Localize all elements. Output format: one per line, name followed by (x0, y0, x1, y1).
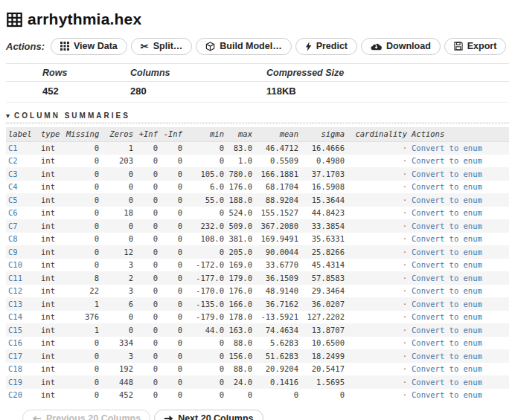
predict-button[interactable]: Predict (295, 38, 357, 55)
cell-ninf: 0 (160, 285, 185, 298)
cell-zeros: 3 (101, 349, 135, 363)
cell-label: C17 (6, 349, 39, 363)
cell-mean: 5.6283 (255, 337, 301, 350)
cell-label: C7 (6, 219, 39, 233)
cell-max: 780.0 (226, 167, 255, 181)
cell-pinf: 0 (135, 259, 160, 272)
cell-type: int (39, 375, 64, 389)
cell-mean: 74.4634 (255, 323, 301, 337)
cell-pinf: 0 (135, 141, 160, 155)
convert-to-enum-link[interactable]: Convert to enum (412, 352, 482, 361)
cell-sigma: 45.4314 (301, 259, 347, 272)
cell-min: 232.0 (185, 219, 226, 233)
convert-to-enum-link[interactable]: Convert to enum (412, 143, 482, 152)
build-model-button[interactable]: Build Model… (196, 38, 291, 55)
column-header-inf: -Inf (160, 127, 185, 141)
convert-to-enum-link[interactable]: Convert to enum (412, 390, 482, 399)
column-header-mean: mean (255, 127, 301, 141)
export-button[interactable]: Export (444, 38, 507, 55)
cell-cardinality: · (347, 363, 409, 376)
convert-to-enum-link[interactable]: Convert to enum (412, 208, 482, 217)
cell-pinf: 0 (135, 233, 160, 246)
cell-ninf: 0 (160, 233, 185, 246)
cloud-download-icon (371, 42, 382, 51)
column-summaries-section-toggle[interactable]: ▾ COLUMN SUMMARIES (6, 112, 509, 123)
view-data-button[interactable]: View Data (51, 38, 127, 55)
table-row: C18int019200088.020.920420.5417·Convert … (6, 363, 509, 376)
cell-sigma: 1.5695 (301, 375, 347, 389)
convert-to-enum-link[interactable]: Convert to enum (412, 156, 482, 165)
convert-to-enum-link[interactable]: Convert to enum (412, 169, 482, 178)
cell-label: C4 (6, 181, 39, 194)
convert-to-enum-link[interactable]: Convert to enum (412, 182, 482, 191)
cell-sigma: 16.5908 (301, 181, 347, 194)
convert-to-enum-link[interactable]: Convert to enum (412, 234, 482, 243)
cell-cardinality: · (347, 181, 409, 194)
cell-min: -170.0 (185, 285, 226, 298)
frame-summary-strip: Rows Columns Compressed Size 452 280 118… (6, 63, 509, 103)
column-header-cardinality: cardinality (347, 127, 409, 141)
download-button[interactable]: Download (361, 38, 441, 55)
cell-actions: Convert to enum (409, 207, 509, 220)
table-row: C13int1600-135.0166.036.716236.0207·Conv… (6, 297, 509, 311)
cell-label: C9 (6, 245, 39, 259)
convert-to-enum-link[interactable]: Convert to enum (412, 248, 482, 256)
cell-actions: Convert to enum (409, 155, 509, 168)
cell-ninf: 0 (160, 219, 185, 233)
split-button[interactable]: ✂Split… (131, 38, 193, 55)
cell-label: C15 (6, 323, 39, 337)
convert-to-enum-link[interactable]: Convert to enum (412, 364, 482, 373)
cell-sigma: 16.4666 (301, 141, 347, 155)
cell-actions: Convert to enum (409, 297, 509, 311)
table-row: C16int033400088.05.628310.6500·Convert t… (6, 337, 509, 350)
cell-min: 0 (185, 207, 226, 220)
previous-20-columns-button[interactable]: Previous 20 Columns (22, 410, 150, 420)
convert-to-enum-link[interactable]: Convert to enum (412, 196, 482, 204)
column-header-min: min (185, 127, 226, 141)
cell-min: 0 (185, 141, 226, 155)
cell-label: C3 (6, 167, 39, 181)
cell-zeros: 0 (101, 219, 135, 233)
pagination-bar: Previous 20 Columns Next 20 Columns (22, 410, 509, 420)
convert-to-enum-link[interactable]: Convert to enum (412, 338, 482, 347)
cell-actions: Convert to enum (409, 259, 509, 272)
convert-to-enum-link[interactable]: Convert to enum (412, 300, 482, 308)
convert-to-enum-link[interactable]: Convert to enum (412, 326, 482, 335)
cell-cardinality: · (347, 297, 409, 311)
cell-mean: 20.9204 (255, 363, 301, 376)
cell-max: 188.0 (226, 193, 255, 207)
cell-label: C2 (6, 155, 39, 168)
column-summaries-table: labeltypeMissingZeros+Inf-Infminmaxmeans… (6, 127, 509, 401)
cell-missing: 0 (64, 207, 101, 220)
cell-min: 0 (185, 363, 226, 376)
scissors-icon: ✂ (141, 42, 149, 51)
convert-to-enum-link[interactable]: Convert to enum (412, 274, 482, 282)
convert-to-enum-link[interactable]: Convert to enum (412, 312, 482, 321)
cell-type: int (39, 285, 64, 298)
cell-actions: Convert to enum (409, 193, 509, 207)
next-20-columns-button[interactable]: Next 20 Columns (154, 410, 263, 420)
table-row: C15int100044.0163.074.463413.8707·Conver… (6, 323, 509, 337)
cell-ninf: 0 (160, 259, 185, 272)
table-row: C12int22300-170.0176.048.914029.3464·Con… (6, 285, 509, 298)
convert-to-enum-link[interactable]: Convert to enum (412, 222, 482, 230)
cell-cardinality: · (347, 155, 409, 168)
convert-to-enum-link[interactable]: Convert to enum (412, 378, 482, 387)
cell-mean: -13.5921 (255, 311, 301, 324)
page-title-row: arrhythmia.hex (7, 10, 509, 28)
cell-max: 88.0 (226, 363, 255, 376)
table-row: C7int0000232.0509.0367.208033.3854·Conve… (6, 219, 509, 233)
convert-to-enum-link[interactable]: Convert to enum (412, 260, 482, 269)
cell-min: 0 (185, 389, 226, 402)
cell-pinf: 0 (135, 167, 160, 181)
cell-type: int (39, 349, 64, 363)
convert-to-enum-link[interactable]: Convert to enum (412, 286, 482, 295)
arrow-left-icon (32, 415, 42, 420)
cell-pinf: 0 (135, 323, 160, 337)
cell-cardinality: · (347, 311, 409, 324)
cell-ninf: 0 (160, 245, 185, 259)
cell-type: int (39, 141, 64, 155)
cell-actions: Convert to enum (409, 181, 509, 194)
cell-cardinality: · (347, 207, 409, 220)
column-header-max: max (226, 127, 255, 141)
